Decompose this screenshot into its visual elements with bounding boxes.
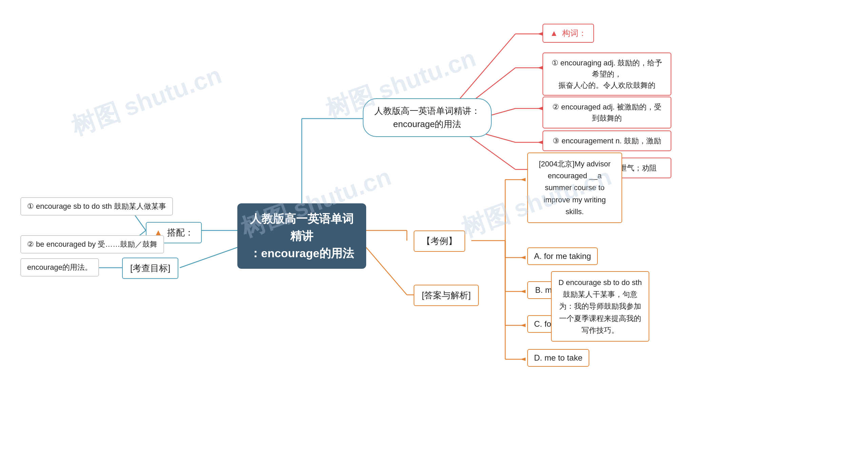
svg-marker-45 (520, 290, 526, 293)
vocab-header-node: ▲ 构词： (542, 24, 594, 43)
vocab-item-2: ② encouraged adj. 被激励的，受到鼓舞的 (542, 97, 671, 128)
answer-label: [答案与解析] (414, 285, 479, 306)
question-text: [2004北京]My advisor encouraged __a summer… (527, 153, 622, 223)
exam-target-content-text: encourage的用法。 (20, 258, 99, 277)
exam-example-node: 【考例】 (414, 230, 465, 252)
vocab-item-3: ③ encouragement n. 鼓励，激励 (542, 130, 671, 151)
vocab-item-1: ① encouraging adj. 鼓励的，给予希望的，振奋人心的。令人欢欣鼓… (542, 53, 671, 96)
question-box-node: [2004北京]My advisor encouraged __a summer… (527, 153, 622, 223)
vocab-item-3-text: ③ encouragement n. 鼓励，激励 (542, 130, 671, 151)
exam-target-content-node: encourage的用法。 (20, 258, 99, 277)
vocab-tri-icon: ▲ (550, 28, 558, 38)
vocab-header-text: ▲ 构词： (542, 24, 594, 43)
top-rounded-line2: encourage的用法 (393, 119, 461, 129)
collocation-item-2-text: ② be encouraged by 受……鼓励／鼓舞 (20, 235, 164, 254)
center-title-line2: ：encourage的用法 (248, 245, 355, 262)
top-rounded-node: 人教版高一英语单词精讲： encourage的用法 (363, 98, 492, 137)
exam-target-node: [考查目标] (122, 258, 178, 279)
svg-marker-47 (520, 358, 526, 361)
option-d-node: D. me to take (527, 349, 589, 367)
center-node: 人教版高一英语单词精讲 ：encourage的用法 (237, 203, 366, 269)
collocation-text: 搭配： (167, 227, 194, 238)
answer-box-node: D encourage sb to do sth鼓励某人干某事，句意为：我的导师… (551, 271, 649, 342)
svg-marker-46 (520, 324, 526, 327)
option-d-text: D. me to take (527, 349, 589, 367)
collocation-item-1-text: ① encourage sb to do sth 鼓励某人做某事 (20, 197, 173, 216)
svg-marker-38 (537, 32, 542, 36)
svg-line-22 (366, 247, 407, 295)
svg-line-7 (180, 247, 237, 268)
vocab-item-1-text: ① encouraging adj. 鼓励的，给予希望的，振奋人心的。令人欢欣鼓… (542, 53, 671, 96)
top-rounded-line1: 人教版高一英语单词精讲： (374, 106, 480, 116)
exam-target-label: [考查目标] (122, 258, 178, 279)
collocation-item-1: ① encourage sb to do sth 鼓励某人做某事 (20, 197, 173, 216)
svg-line-25 (454, 34, 515, 105)
option-a-text: A. for me taking (527, 247, 598, 265)
vocab-item-2-text: ② encouraged adj. 被激励的，受到鼓舞的 (542, 97, 671, 128)
collocation-item-2: ② be encouraged by 受……鼓励／鼓舞 (20, 235, 164, 254)
svg-marker-41 (537, 141, 542, 144)
svg-marker-39 (537, 66, 542, 69)
vocab-header-label: 构词： (562, 28, 587, 38)
svg-marker-40 (537, 107, 542, 110)
answer-text: D encourage sb to do sth鼓励某人干某事，句意为：我的导师… (551, 271, 649, 342)
top-rounded-content: 人教版高一英语单词精讲： encourage的用法 (363, 98, 492, 137)
exam-example-label: 【考例】 (414, 230, 465, 252)
option-a-node: A. for me taking (527, 247, 598, 265)
svg-marker-44 (520, 256, 526, 259)
center-title-line1: 人教版高一英语单词精讲 (248, 210, 355, 245)
watermark-1: 树图 shutu.cn (67, 59, 226, 143)
svg-marker-43 (520, 178, 526, 181)
answer-node: [答案与解析] (414, 285, 479, 306)
